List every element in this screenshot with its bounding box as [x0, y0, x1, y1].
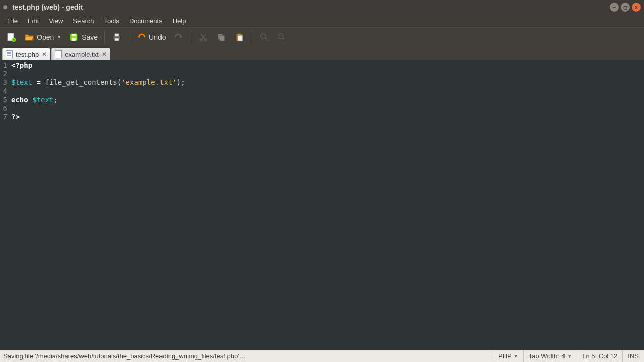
menu-tools[interactable]: Tools [99, 15, 124, 27]
menu-view[interactable]: View [44, 15, 68, 27]
tab-test-php[interactable]: test.php ✕ [2, 48, 50, 60]
toolbar-separator [191, 31, 191, 44]
document-tab-bar: test.php ✕ example.txt ✕ [0, 46, 644, 60]
dropdown-icon: ▼ [567, 354, 572, 359]
file-icon [55, 50, 62, 58]
close-button[interactable]: × [632, 3, 641, 12]
app-indicator-icon [3, 5, 7, 9]
find-replace-button[interactable] [274, 30, 290, 44]
menu-file[interactable]: File [2, 15, 23, 27]
redo-icon [173, 32, 184, 43]
undo-button[interactable]: Undo [133, 30, 168, 44]
svg-rect-3 [72, 34, 76, 36]
save-button[interactable]: Save [66, 30, 100, 44]
tab-width-selector[interactable]: Tab Width: 4 ▼ [523, 350, 577, 362]
window-title-bar: test.php (web) - gedit – ◻ × [0, 0, 644, 14]
undo-icon [136, 32, 147, 43]
maximize-button[interactable]: ◻ [621, 3, 630, 12]
copy-icon [216, 32, 227, 43]
menu-help[interactable]: Help [168, 15, 191, 27]
new-document-icon [6, 32, 17, 43]
tab-label: test.php [16, 51, 39, 58]
svg-rect-11 [220, 35, 224, 41]
paste-button[interactable] [231, 30, 248, 44]
cut-icon [198, 32, 209, 43]
svg-rect-13 [238, 35, 242, 41]
undo-label: Undo [149, 33, 166, 41]
toolbar-separator [129, 31, 129, 44]
dropdown-icon: ▼ [514, 354, 518, 359]
menu-search[interactable]: Search [68, 15, 99, 27]
minimize-button[interactable]: – [610, 3, 619, 12]
toolbar: Open ▼ Save Undo [0, 27, 644, 46]
insert-mode[interactable]: INS [622, 350, 644, 362]
window-title: test.php (web) - gedit [12, 3, 610, 11]
toolbar-separator [104, 31, 105, 44]
toolbar-separator [252, 31, 252, 44]
redo-button [171, 30, 187, 44]
print-button[interactable] [109, 30, 125, 44]
print-icon [111, 32, 122, 43]
save-label: Save [82, 33, 98, 41]
code-editor[interactable]: 1234567 <?php $text = file_get_contents(… [0, 60, 644, 350]
svg-point-15 [261, 34, 266, 39]
svg-rect-4 [72, 38, 76, 41]
tab-close-icon[interactable]: ✕ [102, 51, 107, 58]
language-selector[interactable]: PHP ▼ [493, 350, 523, 362]
open-dropdown-icon[interactable]: ▼ [57, 35, 61, 40]
status-bar: Saving file '/media/shares/web/tutorials… [0, 350, 644, 362]
folder-open-icon [24, 32, 35, 43]
open-button[interactable]: Open ▼ [21, 30, 64, 44]
cut-button [195, 30, 211, 44]
new-document-button[interactable] [3, 30, 19, 44]
find-button[interactable] [256, 30, 272, 44]
search-icon [259, 32, 270, 43]
svg-rect-7 [115, 38, 119, 41]
svg-rect-6 [115, 34, 119, 36]
line-number-gutter: 1234567 [0, 60, 9, 350]
copy-button [213, 30, 229, 44]
menu-documents[interactable]: Documents [124, 15, 168, 27]
menu-edit[interactable]: Edit [23, 15, 44, 27]
open-label: Open [37, 33, 54, 41]
find-replace-icon [277, 32, 288, 43]
menu-bar: File Edit View Search Tools Documents He… [0, 14, 644, 27]
tab-label: example.txt [65, 51, 98, 58]
tab-close-icon[interactable]: ✕ [42, 51, 47, 58]
tab-example-txt[interactable]: example.txt ✕ [51, 48, 110, 60]
cursor-position: Ln 5, Col 12 [577, 350, 622, 362]
status-message: Saving file '/media/shares/web/tutorials… [0, 352, 493, 360]
window-controls: – ◻ × [610, 3, 641, 12]
svg-rect-14 [238, 33, 240, 35]
svg-point-16 [278, 34, 283, 39]
code-content[interactable]: <?php $text = file_get_contents('example… [9, 60, 185, 350]
paste-icon [234, 32, 245, 43]
file-icon [6, 50, 13, 58]
save-icon [68, 32, 79, 43]
